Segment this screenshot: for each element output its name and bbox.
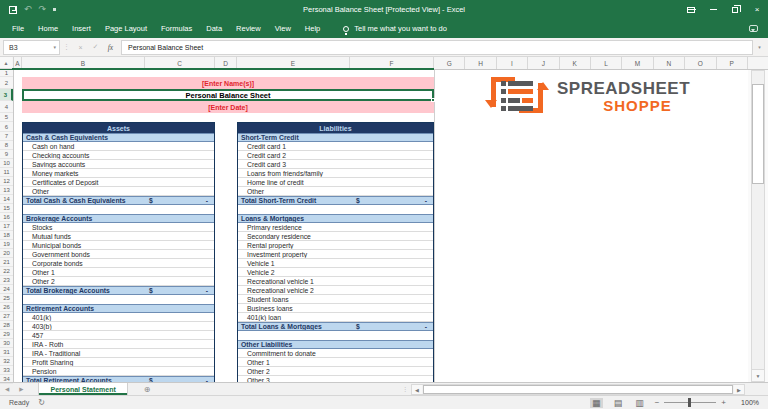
liability-item-row[interactable]: Business loans [238,304,433,313]
row-header-20[interactable]: 20 [0,249,13,258]
save-icon[interactable] [9,6,17,14]
row-header-1[interactable]: 1 [0,70,13,77]
asset-item-row[interactable]: 401(k) [23,313,214,322]
column-header-I[interactable]: I [497,57,528,69]
row-header-23[interactable]: 23 [0,276,13,285]
liability-item-row[interactable]: Credit card 1 [238,142,433,151]
liability-item-row[interactable]: Loans from friends/family [238,169,433,178]
asset-item-row[interactable]: Certificates of Deposit [23,178,214,187]
zoom-slider-thumb[interactable] [688,398,691,407]
row-header-13[interactable]: 13 [0,186,13,195]
asset-item-row[interactable]: Corporate bonds [23,259,214,268]
formula-input[interactable]: Personal Balance Sheet [121,40,753,55]
row-header-18[interactable]: 18 [0,231,13,240]
liability-item-row[interactable]: Credit card 2 [238,151,433,160]
liability-item-row[interactable]: Credit card 3 [238,160,433,169]
selected-title-cell[interactable]: Personal Balance Sheet [22,89,434,101]
cancel-entry-button[interactable]: × [73,44,88,51]
scroll-up-button[interactable]: ▲ [0,57,12,69]
row-header-6[interactable]: 6 [0,122,13,132]
asset-total-row[interactable]: Total Brokerage Accounts$- [23,286,214,295]
row-header-31[interactable]: 31 [0,348,13,357]
zoom-slider[interactable] [664,402,716,403]
liability-total-row[interactable]: Total Loans & Mortgages$- [238,322,433,331]
row-header-5[interactable]: 5 [0,113,13,122]
row-header-21[interactable]: 21 [0,258,13,267]
zoom-in-button[interactable]: + [721,398,726,407]
vertical-scrollbar[interactable]: ▼ [748,70,768,382]
comments-icon[interactable] [749,25,758,32]
confirm-entry-button[interactable]: ✓ [88,43,103,51]
liability-item-row[interactable]: 401(k) loan [238,313,433,322]
liability-item-row[interactable]: Commitment to donate [238,349,433,358]
asset-item-row[interactable]: Savings accounts [23,160,214,169]
previous-sheet-button[interactable]: ◀ [0,386,14,392]
liability-item-row[interactable]: Secondary residence [238,232,433,241]
column-header-L[interactable]: L [591,57,622,69]
customize-quick-access-icon[interactable] [53,8,56,11]
next-sheet-button[interactable]: ▶ [14,386,28,392]
row-header-15[interactable]: 15 [0,204,13,213]
vertical-scroll-track[interactable]: ▼ [751,70,765,382]
asset-total-row[interactable]: Total Cash & Cash Equivalents$- [23,196,214,205]
ribbon-tab-view[interactable]: View [268,19,298,38]
vertical-scroll-thumb[interactable] [752,84,764,184]
ribbon-tab-home[interactable]: Home [31,19,65,38]
column-header-P[interactable]: P [717,57,748,69]
liability-item-row[interactable]: Vehicle 1 [238,259,433,268]
liability-section-row[interactable]: Loans & Mortgages [238,214,433,223]
asset-gap-row[interactable] [23,205,214,214]
asset-item-row[interactable]: IRA - Traditional [23,349,214,358]
row-header-10[interactable]: 10 [0,159,13,168]
column-header-H[interactable]: H [465,57,496,69]
liability-item-row[interactable]: Recreational vehicle 2 [238,286,433,295]
page-layout-view-button[interactable]: ▤ [612,398,625,408]
row-header-12[interactable]: 12 [0,177,13,186]
row-header-16[interactable]: 16 [0,213,13,222]
row-header-4[interactable]: 4 [0,101,13,113]
liability-item-row[interactable]: Recreational vehicle 1 [238,277,433,286]
selection-fill-handle[interactable] [431,98,435,102]
row-header-30[interactable]: 30 [0,339,13,348]
row-header-28[interactable]: 28 [0,321,13,330]
asset-section-row[interactable]: Brokerage Accounts [23,214,214,223]
asset-item-row[interactable]: Other [23,187,214,196]
row-header-25[interactable]: 25 [0,294,13,303]
asset-section-row[interactable]: Retirement Accounts [23,304,214,313]
ribbon-tab-formulas[interactable]: Formulas [154,19,199,38]
row-header-22[interactable]: 22 [0,267,13,276]
enter-date-cell[interactable]: [Enter Date] [22,101,434,113]
ribbon-tab-page-layout[interactable]: Page Layout [98,19,154,38]
horizontal-scroll-thumb[interactable] [423,385,733,394]
row-header-19[interactable]: 19 [0,240,13,249]
column-header-O[interactable]: O [685,57,716,69]
asset-item-row[interactable]: Municipal bonds [23,241,214,250]
row-header-8[interactable]: 8 [0,141,13,150]
close-button[interactable]: × [746,0,768,19]
pane-resize-handle[interactable]: ⋮ [402,385,408,392]
liability-section-row[interactable]: Short-Term Credit [238,133,433,142]
asset-item-row[interactable]: Profit Sharing [23,358,214,367]
liability-item-row[interactable]: Home line of credit [238,178,433,187]
liability-gap-row[interactable] [238,205,433,214]
liability-item-row[interactable]: Primary residence [238,223,433,232]
row-header-26[interactable]: 26 [0,303,13,312]
page-break-view-button[interactable]: ▥ [633,398,646,408]
asset-item-row[interactable]: Government bonds [23,250,214,259]
new-sheet-button[interactable]: ⊕ [144,385,151,394]
scroll-down-button[interactable]: ▼ [752,369,764,381]
cells-area[interactable]: [Enter Name(s)] Personal Balance Sheet [… [14,70,748,382]
row-header-32[interactable]: 32 [0,357,13,366]
liability-item-row[interactable]: Investment property [238,250,433,259]
liability-item-row[interactable]: Rental property [238,241,433,250]
restore-button[interactable] [724,0,746,19]
liability-section-row[interactable]: Other Liabilities [238,340,433,349]
liability-item-row[interactable]: Vehicle 2 [238,268,433,277]
column-header-N[interactable]: N [654,57,685,69]
liability-total-row[interactable]: Total Short-Term Credit$- [238,196,433,205]
undo-icon[interactable]: ↶ [24,5,32,14]
ribbon-tab-data[interactable]: Data [199,19,229,38]
row-header-14[interactable]: 14 [0,195,13,204]
column-header-M[interactable]: M [622,57,653,69]
asset-item-row[interactable]: 457 [23,331,214,340]
